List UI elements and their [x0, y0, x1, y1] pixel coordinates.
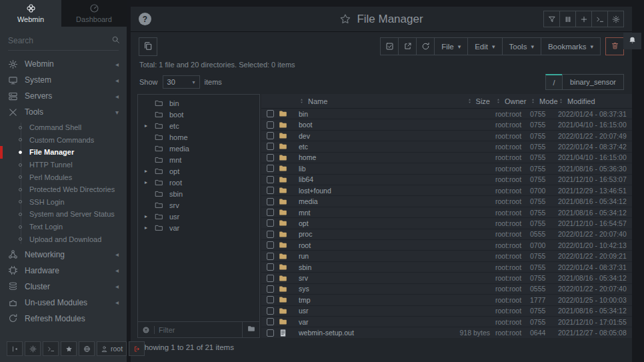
column-header-modified[interactable]: Modified	[558, 97, 632, 105]
favorites-button[interactable]	[61, 341, 77, 356]
file-name[interactable]: media	[299, 197, 455, 205]
tree-item-etc[interactable]: ▸etc	[138, 120, 259, 131]
tree-folder-button[interactable]	[242, 322, 259, 337]
logout-button[interactable]	[129, 341, 145, 356]
row-checkbox[interactable]	[267, 121, 274, 129]
tab-dashboard[interactable]: Dashboard	[61, 0, 127, 27]
row-checkbox[interactable]	[267, 231, 274, 238]
file-name[interactable]: sbin	[299, 263, 455, 271]
tree-item-opt[interactable]: ▸opt	[138, 165, 259, 177]
table-row[interactable]: srvroot:root07552021/08/16 - 05:34:12	[261, 272, 632, 283]
file-name[interactable]: home	[299, 153, 455, 161]
trash-button[interactable]	[605, 37, 624, 55]
file-name[interactable]: opt	[299, 219, 455, 227]
export-button[interactable]	[398, 37, 417, 55]
table-row[interactable]: optroot:root07552021/12/10 - 16:54:57	[261, 217, 632, 228]
file-name[interactable]: var	[299, 318, 455, 326]
notifications-tab[interactable]	[623, 33, 641, 49]
sidebar-item-system[interactable]: System◂	[0, 72, 127, 88]
table-row[interactable]: tmproot:root17772022/01/25 - 10:00:03	[261, 294, 632, 305]
sidebar-item-perl-modules[interactable]: Perl Modules	[0, 171, 127, 183]
clear-filter-icon[interactable]	[142, 326, 150, 334]
row-checkbox[interactable]	[267, 176, 274, 183]
column-header-size[interactable]: Size	[455, 97, 495, 105]
row-checkbox[interactable]	[267, 318, 274, 325]
path-root-button[interactable]: /	[545, 74, 563, 90]
table-row[interactable]: runroot:root07552022/01/22 - 20:09:21	[261, 250, 632, 261]
sidebar-item-servers[interactable]: Servers◂	[0, 88, 127, 104]
user-account-button[interactable]: root	[97, 341, 127, 356]
file-name[interactable]: srv	[299, 274, 455, 282]
sidebar-item-refresh-modules[interactable]: Refresh Modules	[0, 311, 127, 327]
expand-arrow-icon[interactable]: ▸	[145, 179, 155, 185]
tree-item-boot[interactable]: boot	[138, 109, 259, 120]
sidebar-item-http-tunnel[interactable]: HTTP Tunnel	[0, 159, 127, 171]
file-name[interactable]: etc	[299, 143, 455, 151]
select-all-button[interactable]	[380, 37, 399, 55]
row-checkbox[interactable]	[267, 143, 274, 150]
table-row[interactable]: etcroot:root07552022/01/24 - 08:37:42	[261, 141, 632, 151]
paste-buffer-button[interactable]	[139, 37, 157, 56]
column-header-mode[interactable]: Mode	[530, 97, 558, 105]
sidebar-item-system-and-server-status[interactable]: System and Server Status	[0, 208, 127, 221]
column-header-name[interactable]: Name	[299, 97, 455, 105]
sidebar-item-hardware[interactable]: Hardware◂	[0, 263, 127, 279]
table-row[interactable]: procroot:root05552022/01/22 - 20:07:40	[261, 229, 632, 239]
file-name[interactable]: webmin-setup.out	[299, 329, 455, 337]
row-checkbox[interactable]	[267, 329, 274, 337]
table-row[interactable]: rootroot:root07002022/01/20 - 10:42:13	[261, 239, 632, 250]
path-location-button[interactable]: binary_sensor	[562, 74, 624, 90]
tree-item-sbin[interactable]: sbin	[138, 188, 259, 199]
row-checkbox[interactable]	[267, 187, 274, 194]
row-checkbox[interactable]	[267, 263, 274, 271]
file-name[interactable]: bin	[299, 110, 455, 118]
tree-item-srv[interactable]: srv	[138, 199, 259, 211]
expand-arrow-icon[interactable]: ▸	[145, 213, 155, 219]
row-checkbox[interactable]	[267, 219, 274, 227]
create-new-button[interactable]	[575, 11, 592, 27]
menu-edit[interactable]: Edit▾	[467, 37, 502, 55]
sidebar-item-un-used-modules[interactable]: Un-used Modules◂	[0, 295, 127, 311]
table-row[interactable]: sysroot:root05552022/01/22 - 20:07:40	[261, 283, 632, 294]
table-row[interactable]: sbinroot:root07552022/01/24 - 08:37:31	[261, 261, 632, 272]
row-checkbox[interactable]	[267, 241, 274, 249]
expand-arrow-icon[interactable]: ▸	[145, 225, 155, 231]
menu-bookmarks[interactable]: Bookmarks▾	[541, 37, 601, 55]
table-row[interactable]: lost+foundroot:root07002021/12/29 - 13:4…	[261, 185, 632, 195]
tree-item-var[interactable]: ▸var	[138, 222, 259, 233]
table-row[interactable]: bootroot:root07552021/04/10 - 16:15:00	[261, 119, 632, 129]
table-row[interactable]: lib64root:root07552021/12/10 - 16:53:07	[261, 174, 632, 185]
row-checkbox[interactable]	[267, 110, 274, 117]
file-name[interactable]: boot	[299, 121, 455, 129]
table-row[interactable]: varroot:root07552021/12/10 - 17:01:55	[261, 316, 632, 327]
tab-webmin[interactable]: Webmin	[0, 0, 61, 27]
sidebar-item-command-shell[interactable]: Command Shell	[0, 121, 127, 134]
row-checkbox[interactable]	[267, 209, 274, 216]
row-checkbox[interactable]	[267, 285, 274, 293]
file-name[interactable]: lib64	[299, 175, 455, 183]
table-row[interactable]: homeroot:root07552021/04/10 - 16:15:00	[261, 152, 632, 163]
table-row[interactable]: mediaroot:root07552021/08/16 - 05:34:12	[261, 195, 632, 206]
columns-button[interactable]	[559, 11, 576, 27]
open-shell-button[interactable]	[43, 341, 59, 356]
tree-item-home[interactable]: home	[138, 131, 259, 143]
sidebar-item-protected-web-directories[interactable]: Protected Web Directories	[0, 183, 127, 196]
tree-item-root[interactable]: ▸root	[138, 177, 259, 188]
row-checkbox[interactable]	[267, 253, 274, 260]
table-row[interactable]: devroot:root07552022/01/22 - 20:07:49	[261, 130, 632, 141]
sidebar-item-custom-commands[interactable]: Custom Commands	[0, 134, 127, 147]
file-name[interactable]: proc	[299, 230, 455, 238]
row-checkbox[interactable]	[267, 275, 274, 282]
table-row[interactable]: binroot:root07552022/01/24 - 08:37:31	[261, 109, 632, 119]
row-checkbox[interactable]	[267, 198, 274, 205]
expand-arrow-icon[interactable]: ▸	[145, 168, 155, 174]
file-name[interactable]: root	[299, 241, 455, 249]
sidebar-item-networking[interactable]: Networking◂	[0, 247, 127, 263]
theme-toggle-button[interactable]	[25, 341, 41, 356]
sidebar-item-file-manager[interactable]: File Manager	[0, 146, 127, 159]
table-row[interactable]: libroot:root07552021/08/16 - 05:36:30	[261, 163, 632, 173]
sidebar-item-cluster[interactable]: Cluster◂	[0, 279, 127, 295]
module-config-button[interactable]	[607, 11, 624, 27]
expand-arrow-icon[interactable]: ▸	[145, 123, 155, 129]
row-checkbox[interactable]	[267, 296, 274, 303]
